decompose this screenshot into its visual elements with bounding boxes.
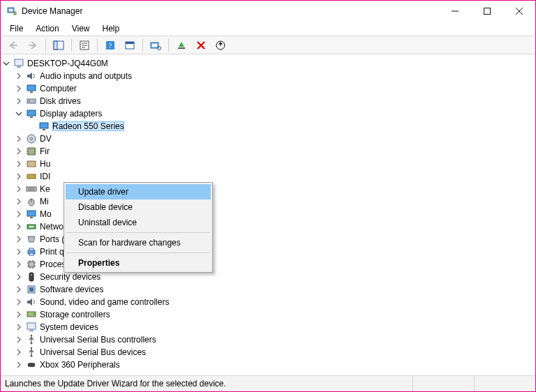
menu-action[interactable]: Action xyxy=(29,22,65,35)
tree-category-xbox[interactable]: Xbox 360 Peripherals xyxy=(1,359,535,371)
disc-icon xyxy=(26,133,37,144)
expand-icon[interactable] xyxy=(13,133,24,144)
storage-controller-icon xyxy=(26,309,37,320)
expand-icon[interactable] xyxy=(13,221,24,232)
expand-icon[interactable] xyxy=(13,171,24,182)
tree-root[interactable]: DESKTOP-JQ44G0M xyxy=(1,57,535,70)
svg-rect-2 xyxy=(14,12,16,15)
expand-icon[interactable] xyxy=(13,183,24,195)
status-bar: Launches the Update Driver Wizard for th… xyxy=(1,376,535,391)
svg-rect-29 xyxy=(27,161,36,167)
maximize-button[interactable] xyxy=(471,1,503,22)
svg-rect-5 xyxy=(54,41,57,50)
toolbar-separator xyxy=(71,39,72,52)
status-cell-empty xyxy=(413,376,475,391)
svg-point-50 xyxy=(31,335,32,336)
svg-rect-48 xyxy=(29,330,34,331)
nav-back-button[interactable] xyxy=(4,37,22,54)
update-driver-button[interactable] xyxy=(211,37,230,54)
tree-device-radeon-550[interactable]: Radeon 550 Series xyxy=(1,120,535,133)
tree-label: IDI xyxy=(40,172,50,181)
tree-label: Radeon 550 Series xyxy=(52,121,124,131)
svg-rect-3 xyxy=(484,8,491,15)
tree-label: Ke xyxy=(40,184,50,194)
tree-category-storage-controllers[interactable]: Storage controllers xyxy=(1,308,535,321)
enable-device-button[interactable] xyxy=(172,37,191,54)
expand-icon[interactable] xyxy=(13,234,24,245)
tree-category-computer[interactable]: Computer xyxy=(1,82,535,95)
close-button[interactable] xyxy=(503,1,535,22)
expand-icon[interactable] xyxy=(13,146,24,157)
scan-hardware-button[interactable] xyxy=(147,37,165,54)
ctx-scan-hardware[interactable]: Scan for hardware changes xyxy=(66,235,211,250)
expand-icon[interactable] xyxy=(13,246,24,257)
expand-icon[interactable] xyxy=(13,83,24,94)
expand-icon[interactable] xyxy=(13,347,24,358)
expand-icon[interactable] xyxy=(13,70,24,82)
tree-category-firmware[interactable]: Fir xyxy=(1,145,535,158)
expand-icon[interactable] xyxy=(13,96,24,107)
uninstall-device-button[interactable] xyxy=(192,37,210,54)
expand-icon[interactable] xyxy=(13,209,24,220)
menu-help[interactable]: Help xyxy=(96,22,126,35)
svg-rect-44 xyxy=(29,287,34,292)
expand-icon[interactable] xyxy=(13,158,24,169)
monitor-icon xyxy=(26,108,37,119)
expand-icon[interactable] xyxy=(13,271,24,282)
tree-category-hid[interactable]: Hu xyxy=(1,158,535,170)
device-tree-view[interactable]: DESKTOP-JQ44G0M Audio inputs and outputs… xyxy=(1,54,535,376)
speaker-icon xyxy=(26,70,37,82)
tree-label: Universal Serial Bus devices xyxy=(40,347,146,357)
expand-icon[interactable] xyxy=(13,296,24,308)
ctx-separator xyxy=(66,232,210,233)
controller-icon xyxy=(26,171,37,182)
tree-category-system[interactable]: System devices xyxy=(1,321,535,333)
svg-rect-24 xyxy=(40,123,48,128)
tree-category-disk-drives[interactable]: Disk drives xyxy=(1,95,535,107)
expand-icon[interactable] xyxy=(13,322,24,333)
svg-rect-17 xyxy=(17,66,21,68)
ctx-disable-device[interactable]: Disable device xyxy=(66,199,211,215)
ctx-uninstall-device[interactable]: Uninstall device xyxy=(66,215,211,230)
expand-icon[interactable] xyxy=(13,334,24,345)
svg-point-21 xyxy=(29,100,30,102)
tree-category-dvd[interactable]: DV xyxy=(1,133,535,145)
tree-category-usb-controllers[interactable]: Universal Serial Bus controllers xyxy=(1,333,535,346)
svg-rect-16 xyxy=(15,59,23,66)
monitor-icon xyxy=(26,83,37,94)
titlebar[interactable]: Device Manager xyxy=(1,1,535,22)
expand-icon[interactable] xyxy=(13,196,24,207)
collapse-icon[interactable] xyxy=(13,108,24,119)
status-cell-empty xyxy=(475,376,535,391)
menu-view[interactable]: View xyxy=(66,22,96,35)
minimize-button[interactable] xyxy=(439,1,471,22)
disk-icon xyxy=(26,96,37,107)
ctx-properties[interactable]: Properties xyxy=(66,255,211,271)
action-center-button[interactable] xyxy=(121,37,139,54)
monitor-icon xyxy=(26,209,37,220)
tree-category-ide[interactable]: IDI xyxy=(1,170,535,183)
window-controls xyxy=(439,1,535,22)
menu-file[interactable]: File xyxy=(3,22,29,35)
svg-rect-23 xyxy=(30,116,33,118)
tree-category-display-adapters[interactable]: Display adapters xyxy=(1,107,535,120)
tree-category-usb-devices[interactable]: Universal Serial Bus devices xyxy=(1,346,535,359)
svg-rect-22 xyxy=(27,110,36,116)
expand-icon[interactable] xyxy=(13,359,24,370)
nav-forward-button[interactable] xyxy=(24,37,42,54)
toolbar-separator xyxy=(168,39,169,52)
computer-icon xyxy=(13,58,24,69)
tree-category-audio[interactable]: Audio inputs and outputs xyxy=(1,70,535,82)
help-button[interactable]: ? xyxy=(101,37,119,54)
tree-category-software-devices[interactable]: Software devices xyxy=(1,283,535,296)
ctx-update-driver[interactable]: Update driver xyxy=(66,184,211,199)
expand-icon[interactable] xyxy=(13,284,24,295)
expand-icon[interactable] xyxy=(13,309,24,320)
collapse-icon[interactable] xyxy=(1,58,12,69)
tree-category-sound-video[interactable]: Sound, video and game controllers xyxy=(1,296,535,308)
expand-icon[interactable] xyxy=(13,259,24,270)
show-hide-console-button[interactable] xyxy=(50,37,68,54)
keyboard-icon xyxy=(26,183,37,195)
properties-button[interactable] xyxy=(75,37,94,54)
svg-rect-33 xyxy=(27,211,36,216)
